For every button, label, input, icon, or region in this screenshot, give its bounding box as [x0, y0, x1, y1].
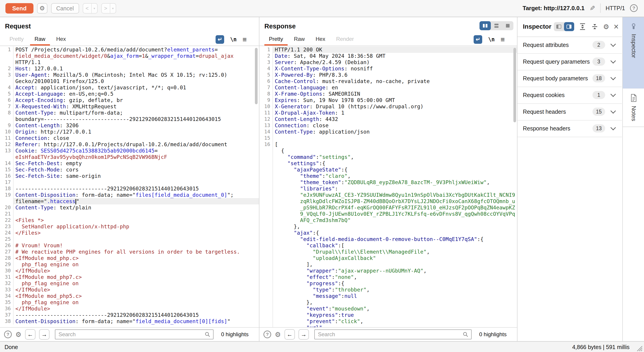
code-row[interactable]: 21 — [0, 211, 259, 217]
code-row[interactable]: filename=".htaccess" — [0, 198, 259, 204]
collapse-all-icon[interactable] — [591, 23, 598, 30]
code-row[interactable]: "prevent":"click", — [260, 318, 517, 325]
search-help-icon[interactable]: ? — [4, 331, 12, 338]
code-row[interactable]: 1POST /Projects/drupal-10.2.6/media/add/… — [0, 46, 259, 53]
code-row[interactable]: 13Cookie: SESS05d4275ca1538832b5ab92000b… — [0, 148, 259, 154]
code-row[interactable]: 18-----------------------------292129206… — [0, 185, 259, 192]
tab-pretty[interactable]: Pretty — [5, 34, 28, 46]
code-row[interactable]: 10Origin: http://127.0.0.1 — [0, 129, 259, 135]
code-row[interactable]: 26# Vroum! Vroum! — [0, 242, 259, 249]
code-row[interactable]: 13Connection: close — [260, 122, 517, 129]
code-row[interactable]: }, — [260, 299, 517, 306]
search-help-icon[interactable]: ? — [264, 331, 271, 338]
code-row[interactable]: 14Sec-Fetch-Dest: empty — [0, 160, 259, 167]
code-row[interactable]: 38Content-Disposition: form-data; name="… — [0, 318, 259, 325]
chevron-down-icon[interactable] — [610, 41, 616, 47]
tab-hex[interactable]: Hex — [52, 34, 70, 46]
dock-right-button[interactable] — [564, 22, 574, 31]
search-prev-button[interactable]: ← — [284, 329, 295, 340]
chevron-down-icon[interactable] — [610, 75, 616, 80]
response-viewer[interactable]: 1HTTP/1.1 200 OK2Date: Sat, 04 May 2024 … — [260, 46, 517, 327]
word-wrap-icon[interactable]: ↵ — [474, 35, 482, 44]
code-row[interactable]: 25 — [0, 236, 259, 242]
code-row[interactable]: 28<IfModule mod_php.c> — [0, 255, 259, 261]
layout-rows-button[interactable] — [491, 21, 502, 30]
code-row[interactable]: Gecko/20100101 Firefox/125.0 — [0, 78, 259, 84]
next-request-button[interactable]: > ▾ — [101, 3, 116, 13]
code-row[interactable]: 4X-Content-Type-Options: nosniff — [260, 65, 517, 72]
edit-target-pencil-icon[interactable]: ✎ — [590, 4, 595, 12]
tab-pretty[interactable]: Pretty — [264, 34, 288, 46]
tab-raw[interactable]: Raw — [30, 34, 50, 46]
resize-grip[interactable] — [636, 345, 643, 352]
request-editor[interactable]: 1POST /Projects/drupal-10.2.6/media/add/… — [0, 46, 259, 327]
chevron-down-icon[interactable] — [610, 125, 616, 130]
code-row[interactable]: 10X-Generator: Drupal 10 (https://www.dr… — [260, 103, 517, 110]
request-scrollbar[interactable] — [255, 48, 258, 104]
code-row[interactable]: "uploadAjaxCallback" — [260, 255, 517, 261]
search-settings-icon[interactable]: ⚙ — [15, 331, 22, 339]
code-row[interactable]: 17 — [0, 179, 259, 185]
inspector-section-request-body-parameters[interactable]: Request body parameters18 — [518, 70, 622, 87]
side-tab-notes[interactable]: Notes — [623, 89, 644, 127]
prev-dropdown[interactable]: ▾ — [91, 3, 97, 13]
code-row[interactable]: "url" — [260, 325, 517, 327]
inspector-section-request-attributes[interactable]: Request attributes2 — [518, 36, 622, 54]
prev-request-button[interactable]: < ▾ — [83, 3, 98, 13]
code-row[interactable]: "eJx9UNFuwzAI_CE3-YZ9SUUIWdmw8Qyu1n19nSp… — [260, 192, 517, 198]
inspector-section-request-headers[interactable]: Request headers15 — [518, 103, 622, 121]
code-row[interactable]: "event":"mousedown", — [260, 306, 517, 312]
code-row[interactable]: 24</Files> — [0, 230, 259, 236]
editor-menu-icon[interactable]: ≡ — [500, 36, 505, 43]
code-row[interactable]: 9Content-Length: 3206 — [0, 122, 259, 129]
code-row[interactable]: 7X-Requested-With: XMLHttpRequest — [0, 103, 259, 110]
code-row[interactable]: "command":"settings", — [260, 154, 517, 160]
code-row[interactable]: 14Content-Type: application/json — [260, 129, 517, 135]
code-row[interactable]: 29 php_flag engine on — [0, 261, 259, 268]
code-row[interactable]: "keypress":true — [260, 312, 517, 318]
response-scrollbar[interactable] — [514, 48, 516, 122]
code-row[interactable]: 11Connection: close — [0, 135, 259, 141]
code-row[interactable]: 32 php_flag engine on — [0, 280, 259, 287]
code-row[interactable]: 19Content-Disposition: form-data; name="… — [0, 192, 259, 198]
code-row[interactable]: 20Content-Type: text/plain — [0, 204, 259, 211]
expand-all-icon[interactable] — [579, 23, 586, 30]
code-row[interactable]: "settings":{ — [260, 160, 517, 167]
side-tab-inspector[interactable]: Inspector — [623, 17, 644, 88]
editor-menu-icon[interactable]: ≡ — [242, 36, 247, 43]
code-row[interactable]: 1HTTP/1.1 200 OK — [260, 46, 517, 53]
dock-left-button[interactable] — [554, 22, 564, 31]
tab-render[interactable]: Render — [332, 34, 358, 46]
code-row[interactable]: 33</IfModule> — [0, 287, 259, 293]
code-row[interactable]: "ajax":{ — [260, 230, 517, 236]
code-row[interactable]: "effect":"none", — [260, 274, 517, 280]
tab-raw[interactable]: Raw — [290, 34, 309, 46]
code-row[interactable]: 8Content-Type: multipart/form-data; — [0, 110, 259, 116]
code-row[interactable]: 2Date: Sat, 04 May 2024 18:36:58 GMT — [260, 53, 517, 59]
code-row[interactable]: 11X-Drupal-Ajax-Token: 1 — [260, 110, 517, 116]
code-row[interactable]: 4Accept: application/json, text/javascri… — [0, 84, 259, 91]
code-row[interactable]: 16[ — [260, 141, 517, 148]
show-newlines-icon[interactable]: \n — [488, 36, 495, 43]
code-row[interactable]: 12Referer: http://127.0.0.1/Projects/dru… — [0, 141, 259, 148]
layout-single-button[interactable] — [502, 21, 514, 30]
code-row[interactable]: "wrapper":"ajax-wrapper--nUGbUMnY-AQ", — [260, 268, 517, 274]
code-row[interactable]: 22<Files *> — [0, 217, 259, 223]
search-next-button[interactable]: → — [298, 329, 309, 340]
help-icon[interactable]: ? — [630, 4, 638, 12]
code-row[interactable]: }, — [260, 223, 517, 230]
chevron-down-icon[interactable] — [610, 108, 616, 114]
code-row[interactable]: 16Sec-Fetch-Site: same-origin — [0, 173, 259, 179]
code-row[interactable]: { — [260, 148, 517, 154]
code-row[interactable]: "Drupal\\file\\Element\\ManagedFile", — [260, 249, 517, 255]
code-row[interactable]: 2Host: 127.0.0.1 — [0, 65, 259, 72]
code-row[interactable]: 5Accept-Language: en-US,en;q=0.5 — [0, 91, 259, 97]
search-settings-icon[interactable]: ⚙ — [275, 331, 281, 339]
layout-columns-button[interactable] — [480, 21, 491, 30]
code-row[interactable]: 3User-Agent: Mozilla/5.0 (Macintosh; Int… — [0, 72, 259, 78]
code-row[interactable]: 15Sec-Fetch-Mode: cors — [0, 167, 259, 173]
inspector-section-request-cookies[interactable]: Request cookies1 — [518, 87, 622, 104]
code-row[interactable]: field_media_document/widget/0&ajax_form=… — [0, 53, 259, 59]
code-row[interactable]: eIsHfaaETVr3av95yvbqQhzn0kom1P5wPcNSqB2V… — [0, 154, 259, 160]
code-row[interactable]: 9Expires: Sun, 19 Nov 1978 05:00:00 GMT — [260, 97, 517, 103]
